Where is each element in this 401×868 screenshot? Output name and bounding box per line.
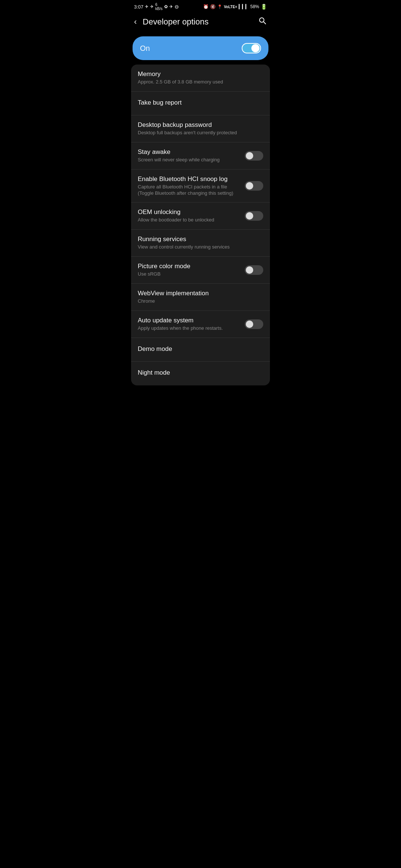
developer-options-toggle-banner[interactable]: On bbox=[133, 36, 268, 60]
settings-item-auto-update[interactable]: Auto update system Apply updates when th… bbox=[131, 311, 270, 338]
svg-line-1 bbox=[264, 22, 266, 24]
stay-awake-toggle-knob bbox=[246, 152, 253, 160]
settings-item-auto-update-content: Auto update system Apply updates when th… bbox=[138, 317, 245, 332]
settings-item-stay-awake-content: Stay awake Screen will never sleep while… bbox=[138, 148, 245, 163]
auto-update-toggle-knob bbox=[246, 320, 253, 328]
settings-item-running-services-subtitle: View and control currently running servi… bbox=[138, 244, 259, 250]
alarm-icon: ⏰ bbox=[203, 4, 209, 9]
settings-item-demo-mode-content: Demo mode bbox=[138, 345, 263, 354]
telegram-icon-2: ✈ bbox=[150, 4, 154, 9]
settings-item-oem-unlocking[interactable]: OEM unlocking Allow the bootloader to be… bbox=[131, 203, 270, 230]
settings-item-memory-title: Memory bbox=[138, 70, 259, 78]
page-title: Developer options bbox=[143, 17, 252, 27]
picture-color-mode-toggle-knob bbox=[246, 266, 253, 274]
bluetooth-icon: ✿ bbox=[164, 4, 168, 9]
settings-item-night-mode-content: Night mode bbox=[138, 369, 263, 378]
settings-item-bluetooth-hci-content: Enable Bluetooth HCI snoop log Capture a… bbox=[138, 175, 245, 197]
settings-item-running-services-title: Running services bbox=[138, 236, 259, 243]
picture-color-mode-toggle[interactable] bbox=[245, 265, 263, 275]
settings-item-memory-subtitle: Approx. 2.5 GB of 3.8 GB memory used bbox=[138, 79, 259, 85]
settings-item-webview-title: WebView implementation bbox=[138, 290, 259, 297]
time-display: 3:07 bbox=[134, 4, 143, 10]
developer-options-toggle[interactable] bbox=[242, 43, 261, 53]
settings-item-desktop-backup-title: Desktop backup password bbox=[138, 121, 259, 129]
status-time: 3:07 ✈ ✈ 6kB/s ✿ ✈ ⊖ bbox=[134, 3, 179, 11]
settings-item-oem-unlocking-subtitle: Allow the bootloader to be unlocked bbox=[138, 217, 240, 223]
settings-item-webview-subtitle: Chrome bbox=[138, 298, 259, 305]
settings-item-desktop-backup-content: Desktop backup password Desktop full bac… bbox=[138, 121, 263, 136]
status-indicators: ⏰ 🔇 📍 VoLTE+ ▎▎▎ 58% 🔋 bbox=[203, 4, 267, 10]
settings-item-oem-unlocking-content: OEM unlocking Allow the bootloader to be… bbox=[138, 208, 245, 223]
settings-item-running-services[interactable]: Running services View and control curren… bbox=[131, 230, 270, 257]
settings-item-webview[interactable]: WebView implementation Chrome bbox=[131, 284, 270, 311]
settings-item-demo-mode[interactable]: Demo mode bbox=[131, 338, 270, 362]
settings-item-stay-awake-title: Stay awake bbox=[138, 148, 240, 156]
back-button[interactable]: ‹ bbox=[134, 17, 137, 27]
status-bar: 3:07 ✈ ✈ 6kB/s ✿ ✈ ⊖ ⏰ 🔇 📍 VoLTE+ ▎▎▎ 58… bbox=[128, 0, 273, 12]
settings-item-auto-update-title: Auto update system bbox=[138, 317, 240, 324]
svg-point-0 bbox=[260, 18, 264, 22]
settings-item-picture-color-mode-content: Picture color mode Use sRGB bbox=[138, 263, 245, 277]
auto-update-toggle[interactable] bbox=[245, 319, 263, 329]
settings-item-bluetooth-hci-title: Enable Bluetooth HCI snoop log bbox=[138, 175, 240, 183]
settings-item-night-mode-title: Night mode bbox=[138, 369, 259, 377]
location-icon: 📍 bbox=[217, 4, 222, 9]
stay-awake-toggle[interactable] bbox=[245, 151, 263, 161]
telegram-icon-3: ✈ bbox=[169, 4, 173, 9]
settings-item-bluetooth-hci[interactable]: Enable Bluetooth HCI snoop log Capture a… bbox=[131, 170, 270, 203]
settings-item-bug-report-content: Take bug report bbox=[138, 99, 263, 108]
settings-item-auto-update-subtitle: Apply updates when the phone restarts. bbox=[138, 325, 240, 332]
telegram-icon: ✈ bbox=[145, 4, 149, 9]
settings-item-desktop-backup-subtitle: Desktop full backups aren't currently pr… bbox=[138, 130, 259, 136]
lte-indicator: VoLTE+ bbox=[224, 5, 237, 9]
settings-item-picture-color-mode[interactable]: Picture color mode Use sRGB bbox=[131, 257, 270, 284]
settings-item-memory[interactable]: Memory Approx. 2.5 GB of 3.8 GB memory u… bbox=[131, 65, 270, 92]
battery-percent: 58% bbox=[250, 4, 259, 9]
settings-item-stay-awake-subtitle: Screen will never sleep while charging bbox=[138, 157, 240, 163]
toggle-banner-label: On bbox=[140, 44, 150, 53]
settings-item-stay-awake[interactable]: Stay awake Screen will never sleep while… bbox=[131, 142, 270, 170]
bluetooth-hci-toggle-knob bbox=[246, 182, 253, 190]
data-speed: 6kB/s bbox=[155, 3, 162, 11]
settings-item-bug-report-title: Take bug report bbox=[138, 99, 259, 106]
settings-item-webview-content: WebView implementation Chrome bbox=[138, 290, 263, 305]
toolbar: ‹ Developer options bbox=[128, 12, 273, 32]
settings-item-bug-report[interactable]: Take bug report bbox=[131, 92, 270, 115]
toggle-knob bbox=[251, 44, 260, 52]
settings-item-memory-content: Memory Approx. 2.5 GB of 3.8 GB memory u… bbox=[138, 70, 263, 85]
search-button[interactable] bbox=[258, 16, 267, 27]
oem-unlocking-toggle-knob bbox=[246, 212, 253, 220]
mute-icon: 🔇 bbox=[210, 4, 216, 9]
settings-item-demo-mode-title: Demo mode bbox=[138, 345, 259, 353]
settings-item-bluetooth-hci-subtitle: Capture all Bluetooth HCI packets in a f… bbox=[138, 184, 240, 197]
dnd-icon: ⊖ bbox=[175, 4, 179, 10]
settings-item-desktop-backup[interactable]: Desktop backup password Desktop full bac… bbox=[131, 115, 270, 142]
bluetooth-hci-toggle[interactable] bbox=[245, 181, 263, 191]
settings-item-night-mode[interactable]: Night mode bbox=[131, 362, 270, 385]
battery-icon: 🔋 bbox=[261, 4, 267, 10]
oem-unlocking-toggle[interactable] bbox=[245, 211, 263, 221]
settings-item-oem-unlocking-title: OEM unlocking bbox=[138, 208, 240, 216]
settings-group: Memory Approx. 2.5 GB of 3.8 GB memory u… bbox=[131, 65, 270, 385]
signal-bars: ▎▎▎ bbox=[239, 4, 249, 9]
settings-item-running-services-content: Running services View and control curren… bbox=[138, 236, 263, 250]
settings-item-picture-color-mode-title: Picture color mode bbox=[138, 263, 240, 270]
settings-item-picture-color-mode-subtitle: Use sRGB bbox=[138, 271, 240, 277]
